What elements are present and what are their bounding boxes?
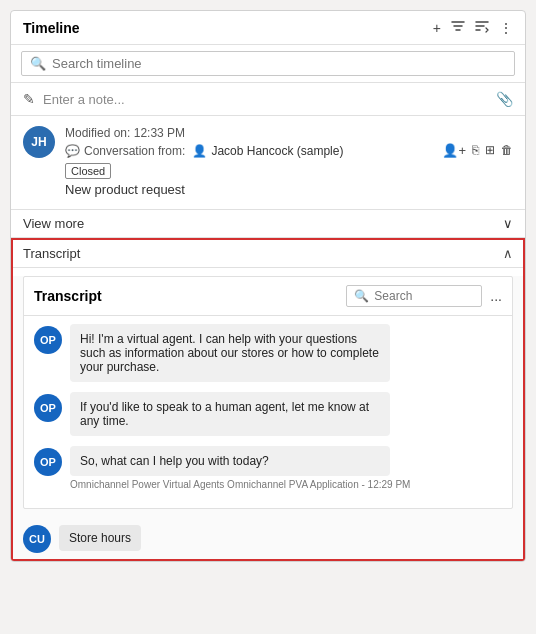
chat-bubble-1: Hi! I'm a virtual agent. I can help with… bbox=[70, 324, 390, 382]
transcript-card-header: Transcript 🔍 ... bbox=[24, 277, 512, 316]
search-input[interactable] bbox=[52, 56, 506, 71]
chat-bubble-3: So, what can I help you with today? bbox=[70, 446, 390, 476]
transcript-search-input[interactable] bbox=[374, 289, 474, 303]
note-bar: ✎ Enter a note... 📎 bbox=[11, 83, 525, 116]
conversation-action-icons: 👤+ ⎘ ⊞ 🗑 bbox=[442, 143, 513, 158]
sort-icon[interactable] bbox=[475, 19, 489, 36]
collapse-icon[interactable]: ∧ bbox=[503, 246, 513, 261]
entry-subject: New product request bbox=[65, 182, 513, 197]
filter-icon[interactable] bbox=[451, 19, 465, 36]
note-placeholder: Enter a note... bbox=[43, 92, 496, 107]
chat-messages: OP Hi! I'm a virtual agent. I can help w… bbox=[24, 316, 512, 508]
user-name: Jacob Hancock (sample) bbox=[211, 144, 343, 158]
user-icon: 👤 bbox=[192, 144, 207, 158]
transcript-card: Transcript 🔍 ... OP Hi! I'm a v bbox=[23, 276, 513, 509]
user-add-icon[interactable]: 👤+ bbox=[442, 143, 466, 158]
store-hours-row: CU Store hours bbox=[13, 517, 523, 559]
chat-message-1: OP Hi! I'm a virtual agent. I can help w… bbox=[34, 324, 502, 382]
chat-message-3: OP So, what can I help you with today? O… bbox=[34, 446, 502, 490]
view-more-row[interactable]: View more ∨ bbox=[11, 210, 525, 238]
transcript-section-header: Transcript ∧ bbox=[13, 240, 523, 268]
search-input-wrap: 🔍 bbox=[21, 51, 515, 76]
entry-conversation: 💬 Conversation from: 👤 Jacob Hancock (sa… bbox=[65, 143, 513, 158]
chat-avatar-op-2: OP bbox=[34, 394, 62, 422]
chat-bubble-2: If you'd like to speak to a human agent,… bbox=[70, 392, 390, 436]
search-bar: 🔍 bbox=[11, 45, 525, 83]
timeline-entry: JH Modified on: 12:33 PM 💬 Conversation … bbox=[11, 116, 525, 210]
status-badge: Closed bbox=[65, 163, 111, 179]
more-options-icon[interactable]: ⋮ bbox=[499, 20, 513, 36]
view-more-label: View more bbox=[23, 216, 84, 231]
attach-icon[interactable]: 📎 bbox=[496, 91, 513, 107]
transcript-search-icon: 🔍 bbox=[354, 289, 369, 303]
chat-avatar-op-1: OP bbox=[34, 326, 62, 354]
panel-header: Timeline + ⋮ bbox=[11, 11, 525, 45]
transcript-more-icon[interactable]: ... bbox=[490, 288, 502, 304]
transcript-section: Transcript ∧ Transcript 🔍 ... bbox=[11, 238, 525, 561]
delete-icon[interactable]: 🗑 bbox=[501, 143, 513, 158]
entry-content: Modified on: 12:33 PM 💬 Conversation fro… bbox=[65, 126, 513, 199]
chevron-down-icon: ∨ bbox=[503, 216, 513, 231]
copy-icon[interactable]: ⎘ bbox=[472, 143, 479, 158]
transcript-search-wrap: 🔍 bbox=[346, 285, 482, 307]
add-icon[interactable]: + bbox=[433, 20, 441, 36]
entry-meta: Modified on: 12:33 PM bbox=[65, 126, 513, 140]
conversation-label: Conversation from: bbox=[84, 144, 185, 158]
grid-icon[interactable]: ⊞ bbox=[485, 143, 495, 158]
header-icons: + ⋮ bbox=[433, 19, 513, 36]
conversation-icon: 💬 bbox=[65, 144, 80, 158]
transcript-section-title: Transcript bbox=[23, 246, 80, 261]
timeline-panel: Timeline + ⋮ 🔍 ✎ Enter a note bbox=[10, 10, 526, 562]
chat-meta-3: Omnichannel Power Virtual Agents Omnicha… bbox=[70, 479, 410, 490]
transcript-body: Transcript 🔍 ... OP Hi! I'm a v bbox=[13, 276, 523, 559]
avatar: JH bbox=[23, 126, 55, 158]
panel-title: Timeline bbox=[23, 20, 80, 36]
chat-avatar-cu: CU bbox=[23, 525, 51, 553]
search-icon: 🔍 bbox=[30, 56, 46, 71]
chat-message-2: OP If you'd like to speak to a human age… bbox=[34, 392, 502, 436]
store-hours-bubble: Store hours bbox=[59, 525, 141, 551]
transcript-card-title: Transcript bbox=[34, 288, 102, 304]
pencil-icon: ✎ bbox=[23, 91, 35, 107]
chat-avatar-op-3: OP bbox=[34, 448, 62, 476]
